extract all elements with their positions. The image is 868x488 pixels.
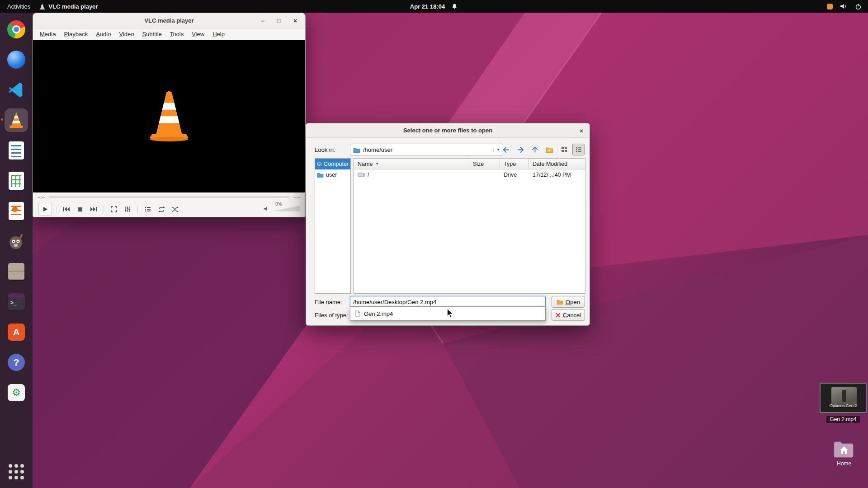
stop-button[interactable]	[74, 204, 86, 215]
desktop-file-gen2[interactable]: Optimus Gen 2 Gen 2.mp4	[820, 383, 867, 423]
vlc-seek-row: --:-- --:--	[33, 192, 305, 202]
menu-subtitle[interactable]: Subtitle	[138, 29, 165, 39]
look-in-label: Look in:	[315, 146, 335, 153]
dock-item-gimp[interactable]	[5, 230, 28, 253]
dock-item-vscode[interactable]	[5, 78, 28, 102]
file-name-label: File name:	[315, 299, 342, 305]
file-row-root-drive[interactable]: / Drive 17/12/...:40 PM	[354, 169, 585, 180]
dock-item-help[interactable]: ?	[5, 351, 28, 374]
parent-directory-button[interactable]	[529, 144, 541, 155]
sidebar-item-user[interactable]: user	[315, 169, 350, 180]
video-thumbnail: Optimus Gen 2	[820, 383, 867, 413]
file-icon	[355, 310, 360, 317]
focused-app-menu[interactable]: VLC media player	[39, 3, 98, 10]
power-icon[interactable]	[855, 3, 862, 10]
sort-indicator-icon: ▼	[375, 162, 379, 166]
activities-button[interactable]: Activities	[7, 3, 30, 10]
file-list-header: Name ▼ Size Type Date Modified	[354, 159, 585, 169]
dock-item-settings[interactable]: ⚙	[5, 381, 28, 404]
menu-audio[interactable]: Audio	[92, 29, 115, 39]
dock-item-impress[interactable]	[5, 199, 28, 223]
file-row-modified: 17/12/...:40 PM	[533, 172, 571, 178]
places-sidebar: Computer user	[315, 158, 351, 294]
ubuntu-software-icon: A	[8, 324, 25, 341]
file-row-type: Drive	[504, 172, 517, 178]
menu-tools[interactable]: Tools	[166, 29, 188, 39]
seek-slider[interactable]	[48, 196, 290, 198]
impress-icon	[9, 202, 24, 220]
new-folder-button[interactable]	[543, 144, 556, 155]
menu-video[interactable]: Video	[115, 29, 138, 39]
equalizer-button[interactable]	[122, 204, 133, 215]
dock-item-chrome[interactable]	[5, 18, 28, 41]
list-view-button[interactable]	[558, 144, 570, 155]
filename-completion-popup: Gen 2.mp4	[350, 306, 546, 321]
dock-item-vlc[interactable]	[5, 108, 28, 132]
column-header-type[interactable]: Type	[500, 159, 529, 169]
column-header-name[interactable]: Name ▼	[354, 159, 469, 169]
cancel-x-icon	[556, 313, 561, 318]
dock-item-ubuntu-software[interactable]: A	[5, 320, 28, 344]
menu-view[interactable]: View	[188, 29, 208, 39]
dock-item-files[interactable]	[5, 260, 28, 283]
look-in-value: /home/user	[363, 146, 392, 153]
vlc-video-area[interactable]	[33, 40, 305, 192]
folder-icon	[317, 172, 324, 178]
completion-item[interactable]: Gen 2.mp4	[350, 308, 545, 319]
play-button[interactable]	[38, 203, 52, 216]
dock: >_ A ? ⚙	[0, 13, 33, 488]
thumbnail-caption: Optimus Gen 2	[821, 404, 866, 408]
menu-media[interactable]: Media	[36, 29, 60, 39]
sidebar-item-label: Computer	[324, 161, 349, 167]
column-header-size[interactable]: Size	[469, 159, 500, 169]
column-header-date-modified[interactable]: Date Modified	[529, 159, 585, 169]
previous-button[interactable]	[61, 204, 72, 215]
dock-item-terminal[interactable]: >_	[5, 290, 28, 314]
browser-sphere-icon	[7, 51, 25, 69]
combo-dropdown-icon: ▼	[493, 148, 500, 152]
cancel-button[interactable]: Cancel	[552, 309, 585, 321]
vscode-icon	[8, 81, 25, 99]
forward-button[interactable]	[514, 144, 527, 155]
calc-icon	[9, 172, 24, 190]
loop-button[interactable]	[156, 204, 167, 215]
shuffle-button[interactable]	[169, 204, 181, 215]
detail-view-button[interactable]	[572, 144, 585, 155]
dialog-close-button[interactable]: ×	[577, 126, 586, 135]
drive-icon	[358, 172, 365, 178]
clock-button[interactable]: Apr 21 18:04	[410, 3, 458, 10]
vlc-window-title: VLC media player	[144, 17, 193, 24]
show-applications-button[interactable]	[5, 460, 28, 483]
speaker-icon	[264, 206, 270, 211]
focused-app-name: VLC media player	[48, 3, 98, 10]
desktop-home-folder[interactable]: Home	[829, 441, 859, 467]
fullscreen-button[interactable]	[108, 204, 120, 215]
files-of-type-label: Files of type:	[315, 312, 348, 319]
vlc-titlebar[interactable]: VLC media player – □ ×	[33, 13, 305, 28]
volume-indicator-icon[interactable]	[840, 3, 848, 9]
next-button[interactable]	[88, 204, 99, 215]
menu-help[interactable]: Help	[208, 29, 229, 39]
top-bar: Activities VLC media player Apr 21 18:04	[0, 0, 868, 13]
dock-item-calc[interactable]	[5, 169, 28, 192]
volume-control[interactable]: 0%	[264, 206, 300, 213]
menu-playback[interactable]: Playback	[60, 29, 92, 39]
dock-item-browser[interactable]	[5, 48, 28, 71]
time-remaining: --:--	[293, 195, 301, 200]
look-in-combobox[interactable]: /home/user ▼	[350, 144, 503, 155]
vlc-menubar: Media Playback Audio Video Subtitle Tool…	[33, 28, 305, 40]
minimize-button[interactable]: –	[257, 15, 268, 26]
playlist-button[interactable]	[142, 204, 154, 215]
writer-icon	[9, 141, 24, 160]
open-button[interactable]: Open	[552, 296, 585, 308]
dock-item-writer[interactable]	[5, 139, 28, 162]
close-button[interactable]: ×	[290, 15, 301, 26]
app-indicator-icon[interactable]	[827, 4, 833, 9]
maximize-button[interactable]: □	[274, 15, 284, 26]
back-button[interactable]	[500, 144, 512, 155]
sidebar-item-computer[interactable]: Computer	[315, 159, 350, 169]
file-list: Name ▼ Size Type Date Modified / Drive 1…	[354, 158, 585, 294]
dialog-titlebar[interactable]: Select one or more files to open ×	[306, 123, 590, 138]
computer-icon	[317, 161, 321, 167]
files-icon	[8, 263, 24, 280]
